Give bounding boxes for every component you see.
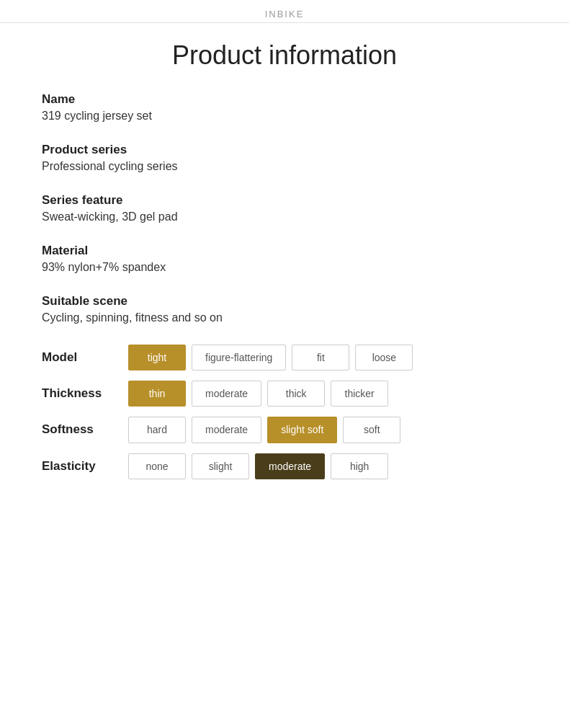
option-btn-slight[interactable]: slight (192, 453, 249, 479)
info-value-name: 319 cycling jersey set (42, 110, 527, 123)
info-value-product-series: Professional cycling series (42, 160, 527, 173)
info-block-material: Material93% nylon+7% spandex (42, 244, 527, 274)
info-label-name: Name (42, 92, 527, 107)
attribute-name-model: Model (42, 350, 128, 365)
attribute-row-model: Modeltightfigure-flatteringfitloose (42, 345, 527, 370)
brand-name: INBIKE (265, 9, 305, 19)
info-label-series-feature: Series feature (42, 193, 527, 208)
option-btn-moderate[interactable]: moderate (192, 417, 261, 443)
option-btn-loose[interactable]: loose (355, 345, 413, 370)
info-block-series-feature: Series featureSweat-wicking, 3D gel pad (42, 193, 527, 223)
page-title: Product information (0, 23, 569, 92)
attribute-options-thickness: thinmoderatethickthicker (128, 381, 388, 407)
brand-header: INBIKE (0, 0, 569, 23)
option-btn-soft[interactable]: soft (343, 417, 400, 443)
option-btn-figure-flattering[interactable]: figure-flattering (192, 345, 286, 370)
info-block-name: Name319 cycling jersey set (42, 92, 527, 123)
option-btn-hard[interactable]: hard (128, 417, 186, 443)
attribute-options-softness: hardmoderateslight softsoft (128, 417, 400, 443)
option-btn-slight-soft[interactable]: slight soft (267, 417, 337, 443)
attribute-options-model: tightfigure-flatteringfitloose (128, 345, 413, 370)
option-btn-thin[interactable]: thin (128, 381, 186, 407)
option-btn-high[interactable]: high (331, 453, 388, 479)
option-btn-thick[interactable]: thick (267, 381, 325, 407)
attribute-row-elasticity: Elasticitynoneslightmoderatehigh (42, 453, 527, 479)
info-block-product-series: Product seriesProfessional cycling serie… (42, 143, 527, 173)
option-btn-fit[interactable]: fit (292, 345, 349, 370)
info-block-suitable-scene: Suitable sceneCycling, spinning, fitness… (42, 294, 527, 324)
option-btn-thicker[interactable]: thicker (331, 381, 388, 407)
info-value-suitable-scene: Cycling, spinning, fitness and so on (42, 311, 527, 324)
info-value-series-feature: Sweat-wicking, 3D gel pad (42, 210, 527, 223)
option-btn-moderate[interactable]: moderate (255, 453, 325, 479)
attribute-name-softness: Softness (42, 422, 128, 437)
info-label-suitable-scene: Suitable scene (42, 294, 527, 308)
info-label-material: Material (42, 244, 527, 258)
attribute-options-elasticity: noneslightmoderatehigh (128, 453, 388, 479)
attribute-name-thickness: Thickness (42, 386, 128, 401)
info-label-product-series: Product series (42, 143, 527, 157)
option-btn-moderate[interactable]: moderate (192, 381, 261, 407)
attribute-row-softness: Softnesshardmoderateslight softsoft (42, 417, 527, 443)
option-btn-none[interactable]: none (128, 453, 186, 479)
attribute-row-thickness: Thicknessthinmoderatethickthicker (42, 381, 527, 407)
info-value-material: 93% nylon+7% spandex (42, 261, 527, 274)
option-btn-tight[interactable]: tight (128, 345, 186, 370)
attribute-name-elasticity: Elasticity (42, 459, 128, 474)
